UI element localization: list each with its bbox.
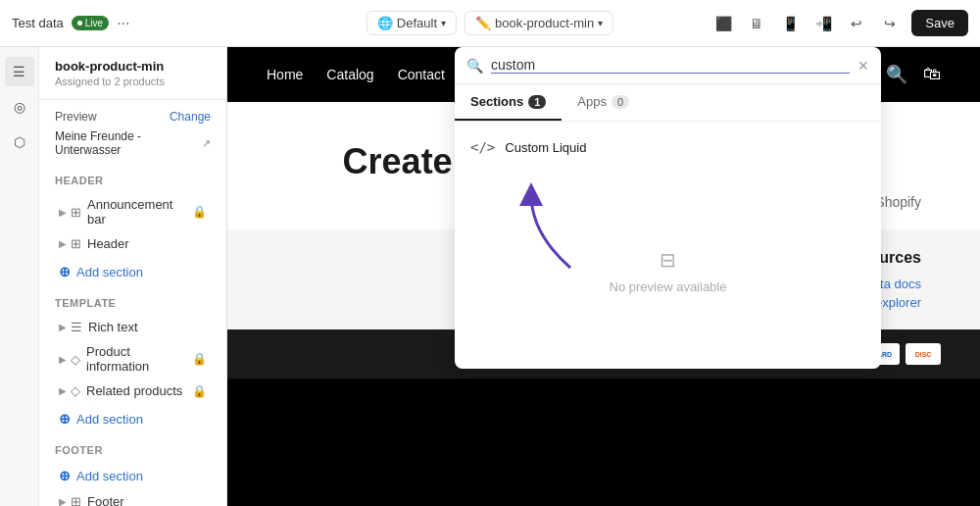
chevron-down-icon: ▾ <box>441 18 446 28</box>
sections-tab-count: 1 <box>528 95 546 109</box>
search-clear-button[interactable]: ✕ <box>858 58 869 74</box>
undo-button[interactable]: ↩ <box>843 10 870 37</box>
theme-selector[interactable]: ✏️ book-product-min ▾ <box>465 11 613 35</box>
redo-button[interactable]: ↪ <box>876 10 904 37</box>
plus-icon: ⊕ <box>59 411 71 427</box>
lock-icon: 🔒 <box>192 384 207 398</box>
preview-store-row: Meine Freunde - Unterwasser ↗ <box>39 129 226 167</box>
live-dot <box>77 21 82 25</box>
chevron-icon: ▶ <box>59 207 67 218</box>
payment-badge-discover: DISC <box>906 343 941 365</box>
grid-icon: ⊞ <box>71 205 81 220</box>
nav-catalog: Catalog <box>326 67 373 82</box>
template-add-section-button[interactable]: ⊕ Add section <box>55 405 211 432</box>
top-bar: Test data Live ··· 🌐 Default ▾ ✏️ book-p… <box>0 0 980 47</box>
footer-item[interactable]: ▶ ⊞ Footer <box>55 489 211 506</box>
footer-section-group: Footer ⊕ Add section ▶ ⊞ Footer <box>39 436 226 506</box>
preview-store-name: Meine Freunde - Unterwasser <box>55 129 198 157</box>
rich-text-item[interactable]: ▶ ☰ Rich text <box>55 315 211 339</box>
template-add-section-label: Add section <box>76 412 143 427</box>
users-icon-button[interactable]: ⬛ <box>710 10 737 37</box>
sidebar: ☰ ◎ ⬡ book-product-min Assigned to 2 pro… <box>0 47 227 506</box>
sections-tab[interactable]: Sections 1 <box>455 84 562 121</box>
header-section-group: Header ▶ ⊞ Announcement bar 🔒 ▶ ⊞ Header… <box>39 167 226 289</box>
topbar-title: Test data <box>12 16 64 30</box>
sections-icon[interactable]: ☰ <box>5 57 34 86</box>
tabs-row: Sections 1 Apps 0 <box>455 84 881 122</box>
footer-add-section-label: Add section <box>76 469 143 483</box>
code-icon: </> <box>470 139 495 155</box>
more-options-button[interactable]: ··· <box>117 15 129 32</box>
change-link[interactable]: Change <box>170 110 211 124</box>
footer-group-title: Footer <box>55 444 211 456</box>
external-link-icon[interactable]: ↗ <box>202 137 211 150</box>
footer-add-section-button[interactable]: ⊕ Add section <box>55 462 211 489</box>
nav-icons: 🔍 🛍 <box>886 64 941 85</box>
grid-icon: ⊞ <box>71 494 81 506</box>
no-preview-icon: ⊟ <box>660 248 676 272</box>
pencil-icon: ✏️ <box>475 16 491 30</box>
result-label: Custom Liquid <box>505 140 586 155</box>
announcement-bar-item[interactable]: ▶ ⊞ Announcement bar 🔒 <box>55 192 211 231</box>
lock-icon: 🔒 <box>192 352 207 366</box>
desktop-icon-button[interactable]: 🖥 <box>743 10 770 37</box>
live-badge: Live <box>72 16 109 30</box>
lock-icon: 🔒 <box>192 205 207 219</box>
search-dropdown: 🔍 ✕ Sections 1 Apps 0 </> Custom <box>455 47 881 369</box>
preview-row: Preview Change <box>39 100 226 129</box>
sidebar-panel: book-product-min Assigned to 2 products … <box>39 47 226 506</box>
template-section-group: Template ▶ ☰ Rich text ▶ ◇ Product infor… <box>39 289 226 436</box>
search-bar: 🔍 ✕ <box>455 47 881 84</box>
header-group-title: Header <box>55 175 211 186</box>
apps-icon[interactable]: ⬡ <box>5 127 34 157</box>
grid-icon: ⊞ <box>71 236 81 251</box>
preview-label: Preview <box>55 110 97 124</box>
search-icon: 🔍 <box>466 58 483 74</box>
custom-liquid-result[interactable]: </> Custom Liquid <box>455 129 881 165</box>
no-preview-text: No preview available <box>610 279 727 294</box>
tablet-icon-button[interactable]: 📱 <box>776 10 804 37</box>
globe-icon: 🌐 <box>377 16 393 30</box>
mobile-icon-button[interactable]: 📲 <box>809 10 837 37</box>
chevron-icon: ▶ <box>59 238 67 249</box>
cart-icon: 🛍 <box>923 64 941 85</box>
nav-contact: Contact <box>398 67 445 82</box>
apps-tab[interactable]: Apps 0 <box>562 84 645 121</box>
apps-tab-label: Apps <box>577 94 607 109</box>
text-icon: ☰ <box>71 320 82 334</box>
main-content: Home Catalog Contact Figurava 🔍 🛍 Create… <box>227 47 980 506</box>
chevron-icon: ▶ <box>59 385 67 396</box>
chevron-down-icon: ▾ <box>598 18 603 28</box>
store-name: book-product-min <box>55 59 211 74</box>
product-information-item[interactable]: ▶ ◇ Product information 🔒 <box>55 339 211 379</box>
tag-icon: ◇ <box>71 352 80 367</box>
chevron-icon: ▶ <box>59 496 67 506</box>
topbar-center: 🌐 Default ▾ ✏️ book-product-min ▾ <box>367 11 613 35</box>
search-input[interactable] <box>491 57 850 74</box>
themes-icon[interactable]: ◎ <box>5 92 34 122</box>
main-layout: ☰ ◎ ⬡ book-product-min Assigned to 2 pro… <box>0 47 980 506</box>
sections-tab-label: Sections <box>470 94 523 109</box>
theme-label: book-product-min <box>495 16 594 30</box>
env-selector[interactable]: 🌐 Default ▾ <box>367 11 457 35</box>
nav-home: Home <box>267 67 303 82</box>
chevron-icon: ▶ <box>59 354 67 365</box>
tag-icon: ◇ <box>71 383 80 398</box>
store-info: book-product-min Assigned to 2 products <box>39 47 226 100</box>
apps-tab-count: 0 <box>612 95 629 109</box>
store-sub: Assigned to 2 products <box>55 76 211 87</box>
template-group-title: Template <box>55 297 211 309</box>
nav-links: Home Catalog Contact <box>267 67 445 82</box>
topbar-left: Test data Live ··· <box>12 15 129 32</box>
chevron-icon: ▶ <box>59 322 67 332</box>
header-add-section-button[interactable]: ⊕ Add section <box>55 258 211 285</box>
results-list: </> Custom Liquid <box>455 122 881 173</box>
related-products-item[interactable]: ▶ ◇ Related products 🔒 <box>55 379 211 403</box>
sidebar-icon-rail: ☰ ◎ ⬡ <box>0 47 39 506</box>
save-button[interactable]: Save <box>911 10 968 36</box>
env-label: Default <box>397 16 437 30</box>
search-icon: 🔍 <box>886 64 907 85</box>
header-item[interactable]: ▶ ⊞ Header <box>55 231 211 256</box>
plus-icon: ⊕ <box>59 264 71 279</box>
header-add-section-label: Add section <box>76 265 143 279</box>
